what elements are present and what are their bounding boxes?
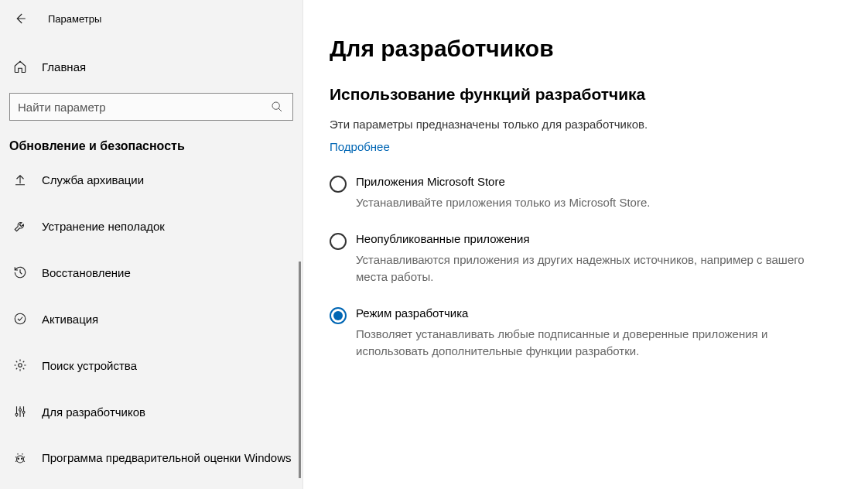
svg-point-7 — [18, 458, 19, 460]
developer-mode-radio-group: Приложения Microsoft Store Устанавливайт… — [330, 175, 837, 361]
main-content: Для разработчиков Использование функций … — [303, 0, 868, 489]
svg-point-4 — [19, 409, 22, 411]
nav-item-find-device[interactable]: Поиск устройства — [0, 347, 302, 384]
back-icon[interactable] — [12, 11, 28, 26]
scrollbar[interactable] — [299, 262, 301, 478]
check-circle-icon — [12, 311, 28, 327]
search-input[interactable] — [18, 101, 269, 114]
svg-point-8 — [22, 458, 23, 460]
nav-item-activation[interactable]: Активация — [0, 300, 302, 337]
learn-more-link[interactable]: Подробнее — [330, 140, 390, 153]
home-label: Главная — [42, 60, 86, 74]
nav-label: Активация — [42, 313, 98, 326]
radio-body: Режим разработчика Позволяет устанавлива… — [356, 306, 837, 361]
nav-item-backup[interactable]: Служба архивации — [0, 161, 302, 198]
wrench-icon — [12, 218, 28, 234]
radio-developer-mode[interactable]: Режим разработчика Позволяет устанавлива… — [330, 306, 837, 361]
nav-label: Устранение неполадок — [42, 220, 165, 233]
radio-desc: Позволяет устанавливать любые подписанны… — [356, 326, 837, 361]
nav-label: Программа предварительной оценки Windows — [42, 451, 292, 465]
svg-point-3 — [15, 413, 18, 415]
nav-item-troubleshoot[interactable]: Устранение неполадок — [0, 207, 302, 244]
nav-label: Поиск устройства — [42, 359, 137, 372]
history-icon — [12, 265, 28, 280]
radio-title: Неопубликованные приложения — [356, 232, 837, 245]
home-icon — [12, 59, 28, 74]
radio-body: Неопубликованные приложения Устанавливаю… — [356, 232, 837, 286]
radio-body: Приложения Microsoft Store Устанавливайт… — [356, 175, 837, 212]
svg-point-1 — [15, 313, 26, 324]
sidebar: Параметры Главная Обновление и безопасно… — [0, 0, 303, 489]
section-title: Обновление и безопасность — [0, 121, 302, 161]
nav-item-recovery[interactable]: Восстановление — [0, 254, 302, 291]
nav-label: Служба архивации — [42, 173, 144, 186]
sliders-icon — [12, 404, 28, 419]
bug-icon — [12, 450, 28, 466]
home-button[interactable]: Главная — [0, 48, 302, 85]
upload-icon — [12, 172, 28, 187]
search-box[interactable] — [9, 93, 293, 121]
radio-sideload-apps[interactable]: Неопубликованные приложения Устанавливаю… — [330, 232, 837, 286]
radio-store-apps[interactable]: Приложения Microsoft Store Устанавливайт… — [330, 175, 837, 212]
search-icon — [269, 99, 285, 115]
radio-desc: Устанавливайте приложения только из Micr… — [356, 194, 837, 212]
radio-icon — [330, 233, 347, 250]
window-header: Параметры — [0, 0, 302, 37]
radio-icon — [330, 176, 347, 193]
radio-icon — [330, 307, 347, 324]
nav-label: Восстановление — [42, 266, 131, 279]
radio-title: Приложения Microsoft Store — [356, 175, 837, 188]
section-desc: Эти параметры предназначены только для р… — [330, 118, 837, 131]
locate-icon — [12, 357, 28, 373]
window-title: Параметры — [48, 13, 101, 25]
radio-desc: Устанавливаются приложения из других над… — [356, 251, 837, 286]
svg-point-5 — [22, 411, 25, 413]
nav-list: Служба архивации Устранение неполадок Во… — [0, 161, 302, 477]
svg-point-0 — [272, 102, 279, 109]
svg-point-2 — [19, 364, 22, 368]
radio-title: Режим разработчика — [356, 306, 837, 320]
nav-item-developers[interactable]: Для разработчиков — [0, 393, 302, 430]
section-heading: Использование функций разработчика — [330, 85, 837, 104]
page-title: Для разработчиков — [330, 36, 837, 62]
nav-item-insider[interactable]: Программа предварительной оценки Windows — [0, 439, 302, 477]
nav-label: Для разработчиков — [42, 405, 145, 419]
